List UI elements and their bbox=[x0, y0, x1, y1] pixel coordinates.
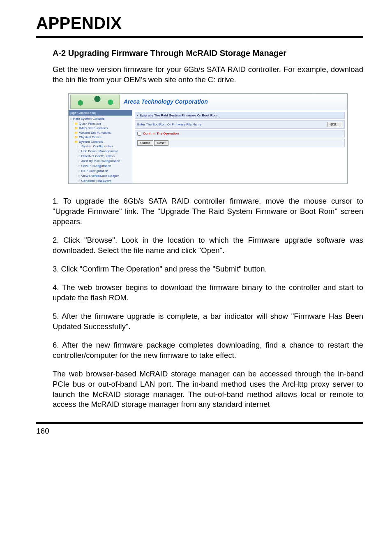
mcraid-screenshot: Areca Technology Corporation |open all|c… bbox=[68, 93, 348, 184]
reset-button[interactable]: Reset bbox=[154, 140, 168, 146]
tree-generate-test-event[interactable]: Generate Test Event bbox=[70, 179, 130, 183]
form-title: Upgrade The Raid System Firmware Or Boot… bbox=[135, 112, 345, 119]
tree-hdd-power[interactable]: Hdd Power Management bbox=[70, 149, 130, 154]
nav-tree: Raid System Console Quick Function RAID … bbox=[69, 116, 132, 183]
section-heading: A-2 Upgrading Firmware Through McRAID St… bbox=[53, 49, 363, 58]
tree-snmp-config[interactable]: SNMP Configuration bbox=[70, 164, 130, 169]
page-number: 160 bbox=[36, 427, 363, 436]
tree-view-events[interactable]: View Events/Mute Beeper bbox=[70, 174, 130, 179]
tree-system-controls[interactable]: System Controls bbox=[70, 139, 130, 144]
appendix-title: APPENDIX bbox=[36, 14, 363, 32]
step-2: 2. Click "Browse". Look in the location … bbox=[53, 235, 363, 256]
tree-alert-mail[interactable]: Alert By Mail Configuration bbox=[70, 159, 130, 164]
tree-system-configuration[interactable]: System Configuration bbox=[70, 144, 130, 149]
tree-quick-function[interactable]: Quick Function bbox=[70, 121, 130, 126]
open-close-all[interactable]: |open all|close all| bbox=[69, 110, 132, 116]
step-1: 1. To upgrade the 6Gb/s SATA RAID contro… bbox=[53, 196, 363, 227]
footer-rule bbox=[36, 422, 363, 424]
submit-button[interactable]: Submit bbox=[137, 140, 153, 146]
tree-physical-drives[interactable]: Physical Drives bbox=[70, 135, 130, 139]
areca-logo bbox=[70, 95, 120, 109]
intro-paragraph: Get the new version firmware for your 6G… bbox=[53, 65, 363, 85]
step-4: 4. The web browser begins to download th… bbox=[53, 283, 363, 303]
file-label: Enter The BootRom Or Firmware File Name bbox=[137, 123, 201, 126]
final-paragraph: The web browser-based McRAID storage man… bbox=[53, 369, 363, 410]
main-panel: Upgrade The Raid System Firmware Or Boot… bbox=[132, 110, 347, 183]
step-5: 5. After the firmware upgrade is complet… bbox=[53, 311, 363, 332]
confirm-row: Confirm The Operation bbox=[135, 130, 345, 137]
tree-raid-set-functions[interactable]: RAID Set Functions bbox=[70, 126, 130, 130]
confirm-checkbox[interactable] bbox=[137, 132, 141, 136]
sidebar: |open all|close all| Raid System Console… bbox=[69, 110, 132, 183]
button-row: Submit Reset bbox=[135, 139, 345, 147]
tree-root[interactable]: Raid System Console bbox=[70, 116, 130, 121]
browse-button[interactable]: 瀏覽... bbox=[327, 122, 342, 127]
confirm-label: Confirm The Operation bbox=[143, 132, 179, 135]
content-area: A-2 Upgrading Firmware Through McRAID St… bbox=[36, 49, 363, 410]
step-3: 3. Click "Confirm The Operation" and pre… bbox=[53, 264, 363, 274]
title-rule bbox=[36, 36, 363, 38]
step-6: 6. After the new firmware package comple… bbox=[53, 340, 363, 361]
tree-ntp-config[interactable]: NTP Configuration bbox=[70, 169, 130, 174]
tree-volume-set-functions[interactable]: Volume Set Functions bbox=[70, 130, 130, 135]
file-row: Enter The BootRom Or Firmware File Name … bbox=[135, 120, 345, 129]
tree-ethernet-config[interactable]: EtherNet Configuration bbox=[70, 154, 130, 159]
brand-text: Areca Technology Corporation bbox=[124, 98, 208, 105]
shot-header: Areca Technology Corporation bbox=[69, 94, 347, 110]
